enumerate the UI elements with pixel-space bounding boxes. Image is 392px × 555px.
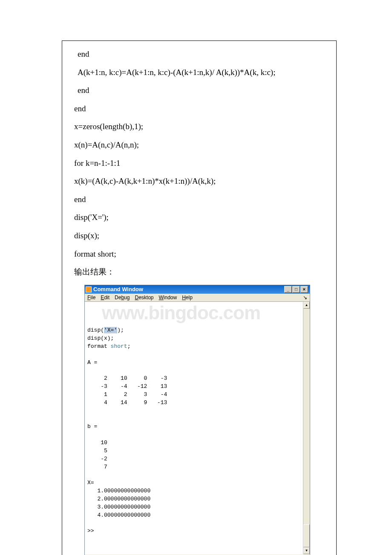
maximize-button[interactable]: □	[292, 286, 300, 293]
app-icon	[86, 286, 92, 292]
code-line: end	[74, 194, 324, 205]
menu-window[interactable]: Window	[159, 295, 177, 301]
menubar: File Edit Debug Desktop Window Help ↘	[85, 294, 310, 302]
vertical-scrollbar[interactable]: ▲ ▼	[303, 302, 310, 554]
document-frame: end A(k+1:n, k:c)=A(k+1:n, k:c)-(A(k+1:n…	[62, 40, 337, 555]
watermark: www.bingdoc.com	[102, 302, 303, 327]
code-line: x(k)=(A(k,c)-A(k,k+1:n)*x(k+1:n))/A(k,k)…	[74, 176, 324, 187]
titlebar[interactable]: Command Window _ □	[85, 285, 310, 294]
scroll-up-button[interactable]: ▲	[303, 302, 310, 309]
code-line: end	[74, 103, 324, 115]
dock-toggle-icon[interactable]: ↘	[303, 295, 307, 301]
command-window: Command Window _ □ File Edit Debug Deskt…	[84, 285, 310, 555]
code-line: format short;	[74, 249, 324, 260]
code-block: end A(k+1:n, k:c)=A(k+1:n, k:c)-(A(k+1:n…	[74, 49, 324, 278]
scroll-track[interactable]	[303, 309, 310, 547]
minimize-button[interactable]: _	[284, 286, 292, 293]
code-line: x(n)=A(n,c)/A(n,n);	[74, 139, 324, 151]
scroll-thumb[interactable]	[303, 524, 310, 547]
code-line: A(k+1:n, k:c)=A(k+1:n, k:c)-(A(k+1:n,k)/…	[74, 67, 324, 78]
code-line: disp('X=');	[74, 212, 324, 223]
output-label: 输出结果：	[74, 266, 324, 278]
command-output[interactable]: www.bingdoc.com disp('X=');disp(x);forma…	[85, 302, 303, 554]
scroll-down-button[interactable]: ▼	[303, 547, 310, 554]
close-button[interactable]	[300, 286, 308, 293]
window-title: Command Window	[93, 286, 143, 292]
menu-debug[interactable]: Debug	[115, 295, 130, 301]
menu-edit[interactable]: Edit	[101, 295, 110, 301]
menu-file[interactable]: File	[87, 295, 95, 301]
window-controls: _ □	[284, 286, 308, 293]
code-line: x=zeros(length(b),1);	[74, 121, 324, 133]
code-line: end	[74, 85, 324, 96]
code-line: disp(x);	[74, 230, 324, 242]
code-line: for k=n-1:-1:1	[74, 158, 324, 169]
code-line: end	[74, 49, 324, 60]
menu-desktop[interactable]: Desktop	[135, 295, 153, 301]
menu-help[interactable]: Help	[182, 295, 193, 301]
